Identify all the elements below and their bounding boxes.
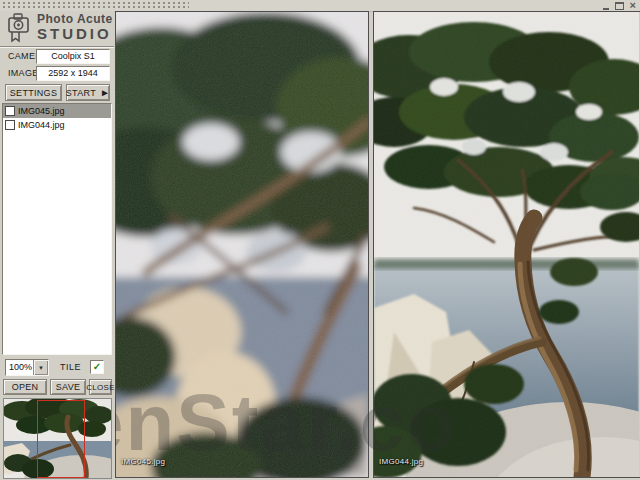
navigator-selection-rect[interactable] <box>37 400 85 478</box>
image-filename-label: IMG044.jpg <box>379 457 423 466</box>
brand-line2: STUDIO <box>37 26 113 41</box>
image-filename-label: IMG045.jpg <box>121 457 165 466</box>
zoom-select[interactable]: 100% ▼ <box>5 359 49 376</box>
sidebar: Photo Acute STUDIO CAMERA Coolpix S1 IMA… <box>0 11 114 480</box>
camera-logo-icon <box>6 13 32 44</box>
file-checkbox[interactable] <box>5 120 15 130</box>
file-name: IMG045.jpg <box>18 106 65 116</box>
camera-field[interactable]: Coolpix S1 <box>36 49 110 64</box>
image-size-field[interactable]: 2592 x 1944 <box>36 66 110 81</box>
image-label: IMAGE <box>8 68 39 78</box>
open-button[interactable]: OPEN <box>3 379 47 395</box>
zoom-value: 100% <box>9 361 32 374</box>
minimize-icon[interactable] <box>603 1 609 10</box>
tile-label: TILE <box>60 362 81 372</box>
tile-checkbox[interactable]: ✓ <box>90 360 104 374</box>
navigator-thumbnail[interactable] <box>3 398 112 479</box>
preview-image-left <box>116 12 368 477</box>
file-name: IMG044.jpg <box>18 120 65 130</box>
chevron-down-icon[interactable]: ▼ <box>33 360 48 375</box>
settings-button[interactable]: SETTINGS <box>5 84 62 101</box>
separator <box>0 46 114 48</box>
file-list-item[interactable]: IMG044.jpg <box>3 118 111 132</box>
toolbar-grip-texture <box>3 2 189 10</box>
start-arrow-icon: ► <box>100 88 110 97</box>
file-checkbox[interactable] <box>5 106 15 116</box>
preview-image-right <box>374 12 639 477</box>
preview-panel-left[interactable]: IMG045.jpg <box>115 11 369 478</box>
save-button[interactable]: SAVE <box>50 379 86 395</box>
start-button[interactable]: START ► <box>66 84 110 101</box>
preview-panel-right[interactable]: IMG044.jpg <box>373 11 640 478</box>
app-logo: Photo Acute STUDIO <box>6 13 113 44</box>
app-window: × Photo Acute STUDIO CAMERA Coolpix S1 <box>0 0 640 480</box>
close-button[interactable]: CLOSE <box>89 379 112 395</box>
file-list-item[interactable]: IMG045.jpg <box>3 104 111 118</box>
file-list[interactable]: IMG045.jpg IMG044.jpg <box>2 103 112 355</box>
close-icon[interactable]: × <box>630 1 636 10</box>
restore-icon[interactable] <box>615 2 624 10</box>
